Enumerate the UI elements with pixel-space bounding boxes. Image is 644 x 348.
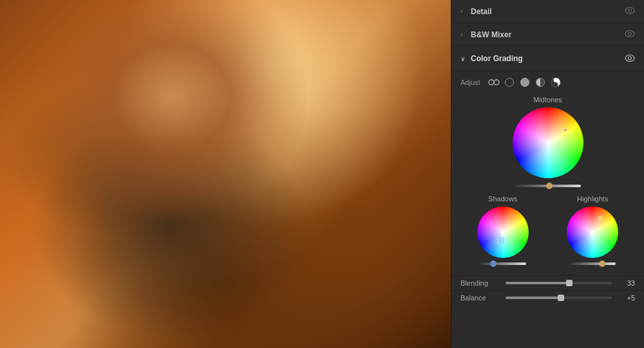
svg-point-2 bbox=[625, 31, 634, 37]
color-grading-title-left: ∨ Color Grading bbox=[460, 54, 523, 63]
balance-fill bbox=[506, 297, 561, 299]
balance-label: Balance bbox=[460, 294, 500, 302]
svg-point-10 bbox=[554, 84, 556, 86]
filled-circle bbox=[520, 78, 529, 87]
right-panel: › Detail › B&W Mixer ∨ Color Grading bbox=[451, 0, 644, 348]
detail-chevron-icon: › bbox=[460, 8, 467, 15]
bw-mixer-visibility-icon[interactable] bbox=[625, 30, 635, 39]
blending-row: Blending 33 bbox=[451, 275, 644, 290]
svg-point-0 bbox=[625, 8, 634, 14]
highlights-circle-icon[interactable] bbox=[535, 77, 546, 88]
midtones-slider-thumb[interactable] bbox=[546, 183, 553, 189]
detail-visibility-icon[interactable] bbox=[625, 6, 635, 16]
empty-circle bbox=[505, 78, 514, 87]
svg-point-7 bbox=[494, 80, 499, 85]
shadows-slider-thumb[interactable] bbox=[490, 261, 497, 267]
shadows-color-wheel[interactable] bbox=[477, 206, 529, 258]
shadows-section: Shadows bbox=[462, 195, 544, 269]
highlights-slider[interactable] bbox=[569, 262, 616, 265]
detail-header-left: › Detail bbox=[460, 7, 492, 16]
midtones-color-wheel[interactable] bbox=[513, 107, 583, 178]
balance-value: +5 bbox=[617, 294, 635, 302]
wheels-container: Midtones bbox=[451, 93, 644, 275]
highlights-slider-container bbox=[567, 261, 618, 266]
color-grading-header[interactable]: ∨ Color Grading bbox=[451, 46, 644, 71]
svg-point-1 bbox=[629, 9, 632, 12]
color-grading-chevron-icon: ∨ bbox=[460, 55, 467, 62]
color-grading-visibility-icon[interactable] bbox=[625, 53, 635, 64]
shadows-circle-icon[interactable] bbox=[504, 77, 515, 88]
shadows-selection-dot[interactable] bbox=[499, 237, 504, 243]
adjust-label: Adjust bbox=[460, 78, 480, 86]
global-icon[interactable] bbox=[550, 77, 562, 88]
bw-mixer-chevron-icon: › bbox=[460, 31, 467, 38]
midtones-section: Midtones bbox=[458, 96, 638, 191]
balance-row: Balance +5 bbox=[451, 290, 644, 305]
svg-point-3 bbox=[629, 32, 632, 35]
midtones-selection-dot[interactable] bbox=[564, 128, 567, 132]
adjust-row: Adjust bbox=[451, 71, 644, 93]
svg-point-9 bbox=[554, 79, 556, 81]
half-circle bbox=[536, 78, 545, 87]
midtones-circle-icon[interactable] bbox=[519, 77, 531, 88]
shadows-slider-container bbox=[477, 261, 529, 266]
midtones-slider[interactable] bbox=[515, 185, 581, 187]
adjust-icons-group bbox=[488, 77, 562, 88]
photo-panel bbox=[0, 0, 451, 348]
bw-mixer-title: B&W Mixer bbox=[471, 30, 511, 39]
highlights-slider-thumb[interactable] bbox=[599, 261, 605, 267]
highlights-label: Highlights bbox=[577, 195, 608, 203]
color-grading-content: Adjust bbox=[451, 71, 644, 348]
shadows-slider[interactable] bbox=[480, 262, 526, 265]
detail-title: Detail bbox=[471, 7, 492, 16]
color-grading-title: Color Grading bbox=[471, 54, 523, 63]
highlights-selection-dot[interactable] bbox=[598, 216, 602, 220]
balance-slider-track[interactable] bbox=[506, 297, 612, 299]
svg-point-5 bbox=[629, 57, 632, 60]
photo-person-overlay bbox=[0, 0, 451, 348]
balance-slider-thumb[interactable] bbox=[558, 295, 564, 301]
blending-slider-track[interactable] bbox=[506, 282, 612, 284]
shadows-label: Shadows bbox=[488, 195, 517, 203]
blending-value: 33 bbox=[617, 279, 635, 287]
bw-mixer-header-left: › B&W Mixer bbox=[460, 30, 511, 39]
highlights-center-dot bbox=[591, 230, 594, 234]
detail-section-header[interactable]: › Detail bbox=[451, 0, 644, 23]
svg-point-6 bbox=[489, 80, 494, 85]
midtones-center-dot bbox=[546, 141, 550, 145]
blending-slider-thumb[interactable] bbox=[566, 280, 573, 286]
shadows-center-dot bbox=[501, 230, 505, 234]
bw-mixer-section-header[interactable]: › B&W Mixer bbox=[451, 23, 644, 46]
highlights-section: Highlights bbox=[552, 195, 633, 269]
midtones-label: Midtones bbox=[533, 96, 562, 104]
highlights-color-wheel[interactable] bbox=[567, 206, 618, 258]
linked-circles-icon[interactable] bbox=[488, 77, 500, 88]
blending-label: Blending bbox=[460, 279, 500, 287]
svg-point-4 bbox=[625, 55, 634, 62]
small-wheels-row: Shadows bbox=[458, 195, 638, 269]
blending-fill bbox=[506, 282, 569, 284]
midtones-slider-container bbox=[513, 183, 583, 188]
